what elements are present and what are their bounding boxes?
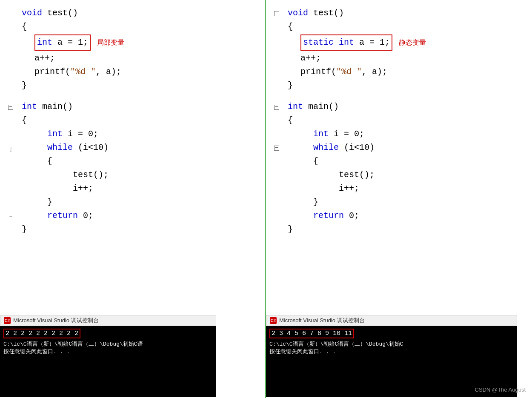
- right-main-brace-close: }: [288, 223, 524, 236]
- right-test-brace-open: {: [288, 20, 524, 34]
- right-output-highlight: 2 3 4 5 6 7 8 9 10 11: [269, 329, 354, 338]
- right-terminal: C# Microsoft Visual Studio 调试控制台 2 3 4 5…: [266, 315, 517, 398]
- left-printf-line: printf("%d ", a);: [22, 65, 258, 79]
- left-int-keyword-main: int: [22, 102, 37, 112]
- left-while-keyword: while: [47, 143, 73, 152]
- right-a-plusplus: a++;: [288, 52, 524, 65]
- right-main-line10: }: [272, 223, 524, 236]
- left-main-line6: test();: [6, 168, 258, 182]
- right-test-fold[interactable]: −: [274, 11, 279, 16]
- left-main-brace-close: }: [22, 223, 258, 236]
- right-terminal-titlebar: C# Microsoft Visual Studio 调试控制台: [266, 315, 517, 326]
- right-static-keyword: static: [303, 37, 334, 47]
- right-terminal-msg: 按任意键关闭此窗口. . .: [269, 348, 514, 355]
- right-main-gutter4: −: [272, 144, 281, 152]
- left-output-highlight: 2 2 2 2 2 2 2 2 2 2: [3, 329, 80, 338]
- right-main-gutter1: −: [272, 103, 281, 111]
- right-terminal-icon: C#: [270, 317, 277, 324]
- right-test-line2: {: [272, 20, 524, 34]
- right-int-i-keyword: int: [313, 129, 329, 139]
- right-while-fold[interactable]: −: [274, 146, 279, 151]
- right-main-line2: {: [272, 114, 524, 127]
- right-int-a-rest: a = 1;: [359, 37, 390, 47]
- right-while-brace-close: }: [288, 195, 524, 209]
- right-int-keyword: int: [339, 37, 354, 47]
- left-main-gutter9: −: [6, 212, 15, 220]
- right-return-line: return 0;: [288, 209, 524, 223]
- right-main-line4: − while (i<10): [272, 141, 524, 155]
- left-main-line8: }: [6, 195, 258, 209]
- left-test-brace-close: }: [22, 79, 258, 92]
- left-test-line1: void test(): [6, 6, 258, 20]
- left-printf-rest: , a);: [96, 67, 121, 77]
- left-main-brace-open: {: [22, 114, 258, 127]
- left-test-func-sig: void test(): [22, 6, 258, 20]
- left-main-line3: int i = 0;: [6, 127, 258, 141]
- right-main-line9: return 0;: [272, 209, 524, 223]
- left-terminal-body: 2 2 2 2 2 2 2 2 2 2 C:\lc\C语言（新）\初始C语言（二…: [0, 326, 216, 397]
- left-return-marker: −: [9, 214, 12, 220]
- watermark: CSDN @The August: [475, 387, 526, 393]
- left-code-area: void test() { i: [0, 0, 265, 236]
- right-terminal-title: Microsoft Visual Studio 调试控制台: [279, 317, 365, 324]
- right-test-sig: void test(): [288, 6, 524, 20]
- left-test-line5: printf("%d ", a);: [6, 65, 258, 79]
- right-test-function: − void test() {: [272, 6, 524, 92]
- right-main-line5: {: [272, 155, 524, 168]
- right-printf-func: printf(: [300, 67, 336, 77]
- left-return-val: 0;: [83, 211, 93, 220]
- left-return-keyword: return: [47, 211, 78, 220]
- right-return-keyword: return: [313, 211, 344, 220]
- left-i-plusplus: i++;: [22, 182, 258, 195]
- left-int-i: int i = 0;: [22, 127, 258, 141]
- right-test-call: test();: [288, 168, 524, 182]
- left-return-line: return 0;: [22, 209, 258, 223]
- right-test-brace-close: }: [288, 79, 524, 92]
- left-main-name: main(): [42, 102, 73, 112]
- right-terminal-path: C:\lc\C语言（新）\初始C语言（二）\Debug\初始C: [269, 340, 514, 348]
- left-int-keyword: int: [37, 37, 52, 47]
- left-while-brace-close: }: [22, 195, 258, 209]
- right-terminal-output: 2 3 4 5 6 7 8 9 10 11: [269, 329, 514, 340]
- right-panel: − void test() {: [266, 0, 531, 398]
- left-test-brace-open: {: [22, 20, 258, 34]
- right-static-int-highlight: static int a = 1;: [300, 34, 392, 51]
- right-while-line: while (i<10): [288, 141, 524, 155]
- left-main-fold-icon[interactable]: −: [8, 105, 13, 110]
- left-test-function: void test() { i: [6, 6, 258, 92]
- left-main-line5: {: [6, 155, 258, 168]
- left-a-plusplus: a++;: [22, 52, 258, 65]
- right-main-brace-open: {: [288, 114, 524, 127]
- left-main-gutter1: −: [6, 103, 15, 111]
- left-int-a-highlight: int a = 1;: [34, 34, 91, 51]
- right-main-fold-icon[interactable]: −: [274, 105, 279, 110]
- left-terminal-title: Microsoft Visual Studio 调试控制台: [13, 317, 99, 324]
- right-spacer: [272, 92, 524, 100]
- left-terminal-icon: C#: [4, 317, 11, 324]
- left-while-cond: (i<10): [78, 143, 109, 152]
- right-test-line6: }: [272, 79, 524, 92]
- right-main-line1: − int main(): [272, 100, 524, 114]
- left-annotation-label: 局部变量: [97, 37, 124, 48]
- right-test-line4: a++;: [272, 52, 524, 65]
- right-code-area: − void test() {: [266, 0, 531, 236]
- left-main-gutter4: ]: [6, 144, 15, 152]
- left-main-line7: i++;: [6, 182, 258, 195]
- left-printf-func: printf(: [34, 67, 70, 77]
- right-return-val: 0;: [349, 211, 359, 220]
- right-while-keyword: while: [313, 143, 339, 152]
- right-printf-rest: , a);: [362, 67, 387, 77]
- left-test-line6: }: [6, 79, 258, 92]
- left-main-line10: }: [6, 223, 258, 236]
- left-int-a-line: int a = 1; 局部变量: [22, 34, 258, 52]
- left-main-function: − int main() {: [6, 100, 258, 236]
- right-void-keyword: void: [288, 8, 308, 18]
- left-printf-format: "%d ": [70, 67, 96, 77]
- right-static-int-line: static int a = 1; 静态变量: [288, 34, 524, 52]
- left-main-line2: {: [6, 114, 258, 127]
- left-test-line4: a++;: [6, 52, 258, 65]
- left-panel: void test() { i: [0, 0, 266, 398]
- left-while-brace-open: {: [22, 155, 258, 168]
- right-main-name: main(): [308, 102, 339, 112]
- right-printf-line: printf("%d ", a);: [288, 65, 524, 79]
